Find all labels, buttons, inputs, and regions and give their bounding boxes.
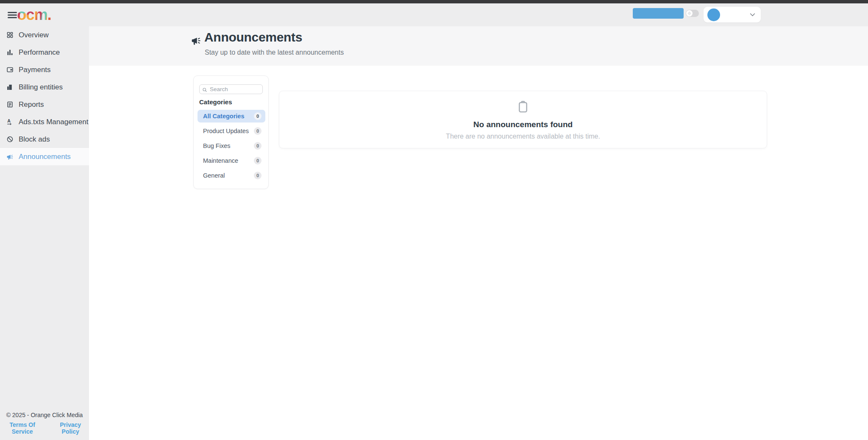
categories-panel: Categories All Categories 0 Product Upda… — [193, 75, 269, 189]
count-badge: 0 — [254, 112, 262, 120]
chevron-down-icon — [750, 13, 755, 17]
hamburger-icon — [8, 12, 17, 13]
empty-state-message: There are no announcements available at … — [446, 133, 600, 140]
sidebar: Overview Performance Payments Billing en… — [0, 26, 89, 440]
page-subtitle: Stay up to date with the latest announce… — [205, 49, 344, 56]
sidebar-item-billing-entities[interactable]: Billing entities — [0, 78, 89, 96]
profile-menu[interactable] — [704, 7, 761, 22]
sidebar-item-label: Announcements — [19, 153, 71, 161]
category-general[interactable]: General 0 — [198, 169, 265, 182]
count-badge: 0 — [254, 172, 262, 179]
sidebar-item-announcements[interactable]: Announcements — [0, 148, 89, 165]
category-label: Bug Fixes — [203, 142, 230, 149]
theme-toggle[interactable] — [686, 10, 699, 17]
building-icon — [6, 84, 14, 91]
sidebar-item-reports[interactable]: Reports — [0, 96, 89, 113]
count-badge: 0 — [254, 127, 262, 135]
category-all-categories[interactable]: All Categories 0 — [198, 110, 265, 123]
category-label: All Categories — [203, 113, 245, 120]
categories-list: All Categories 0 Product Updates 0 Bug F… — [198, 110, 265, 182]
megaphone-icon — [6, 153, 14, 161]
browser-top-strip — [0, 0, 868, 3]
copyright-text: © 2025 - Orange Click Media — [0, 412, 89, 418]
document-icon — [6, 101, 14, 108]
sun-icon — [687, 11, 691, 15]
category-label: Maintenance — [203, 157, 238, 164]
category-product-updates[interactable]: Product Updates 0 — [198, 125, 265, 137]
category-maintenance[interactable]: Maintenance 0 — [198, 154, 265, 167]
category-label: Product Updates — [203, 128, 249, 134]
megaphone-icon — [190, 35, 201, 46]
categories-heading: Categories — [199, 98, 232, 106]
sidebar-item-label: Reports — [19, 100, 44, 109]
wallet-icon — [6, 66, 14, 73]
ocm-logo[interactable]: ocm. — [17, 5, 51, 25]
sidebar-item-label: Ads.txts Management — [19, 118, 88, 126]
clipboard-icon — [516, 100, 530, 114]
ads-txt-icon: A — [6, 118, 14, 125]
sidebar-item-label: Overview — [19, 31, 49, 39]
toggle-knob — [686, 10, 693, 17]
grid-icon — [6, 31, 14, 39]
sidebar-item-label: Performance — [19, 48, 60, 57]
sidebar-item-label: Block ads — [19, 135, 50, 144]
topbar: ocm. — [0, 3, 868, 26]
avatar — [707, 8, 720, 21]
sidebar-item-payments[interactable]: Payments — [0, 61, 89, 78]
sidebar-item-label: Payments — [19, 66, 51, 74]
sidebar-item-ads-txts-management[interactable]: A Ads.txts Management — [0, 113, 89, 131]
primary-action-button[interactable] — [633, 8, 684, 19]
bar-chart-icon — [6, 49, 14, 56]
page-header-band: Announcements Stay up to date with the l… — [89, 26, 868, 66]
page-title: Announcements — [204, 30, 302, 45]
announcements-empty-state: No announcements found There are no anno… — [279, 91, 767, 148]
category-bug-fixes[interactable]: Bug Fixes 0 — [198, 139, 265, 152]
block-icon — [6, 136, 14, 143]
main-content: Announcements Stay up to date with the l… — [89, 26, 868, 440]
sidebar-item-overview[interactable]: Overview — [0, 26, 89, 44]
terms-of-service-link[interactable]: Terms Of Service — [0, 421, 45, 435]
svg-text:A: A — [7, 118, 11, 123]
search-input[interactable] — [199, 84, 263, 94]
empty-state-title: No announcements found — [473, 120, 573, 129]
search-icon — [202, 87, 207, 92]
sidebar-item-performance[interactable]: Performance — [0, 44, 89, 61]
count-badge: 0 — [254, 157, 262, 164]
privacy-policy-link[interactable]: Privacy Policy — [52, 421, 89, 435]
sidebar-item-block-ads[interactable]: Block ads — [0, 131, 89, 148]
sidebar-item-label: Billing entities — [19, 83, 63, 92]
menu-toggle-button[interactable] — [8, 12, 17, 18]
sidebar-footer: © 2025 - Orange Click Media Terms Of Ser… — [0, 412, 89, 440]
category-label: General — [203, 172, 225, 179]
count-badge: 0 — [254, 142, 262, 150]
